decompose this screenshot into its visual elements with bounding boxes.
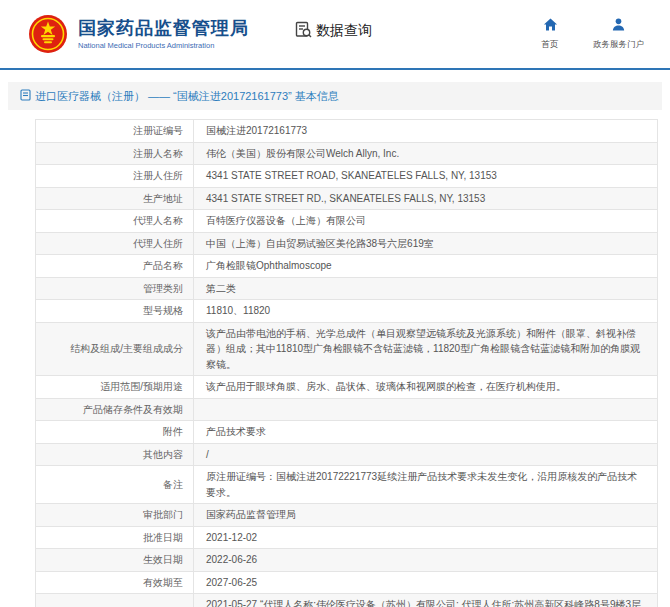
nav-home[interactable]: 首页: [533, 17, 567, 51]
row-label: 注册人住所: [36, 165, 194, 187]
row-value: 2022-06-26: [194, 549, 657, 571]
table-row: 代理人住所中国（上海）自由贸易试验区美伦路38号六层619室: [36, 233, 657, 256]
row-label: 产品名称: [36, 255, 194, 277]
table-row: 型号规格11810、11820: [36, 300, 657, 323]
row-value-line: 2021-05-27 “代理人名称:伟伦医疗设备（苏州）有限公司; 代理人住所:…: [206, 597, 645, 607]
row-value: 2027-06-25: [194, 572, 657, 594]
row-value: 国家药品监督管理局: [194, 504, 657, 526]
row-value: 该产品用于眼球角膜、房水、晶状体、玻璃体和视网膜的检查，在医疗机构使用。: [194, 376, 657, 398]
data-query-label: 数据查询: [316, 22, 372, 40]
row-value: 2021-12-02: [194, 527, 657, 549]
row-value: 广角检眼镜Ophthalmoscope: [194, 255, 657, 277]
row-label: 适用范围/预期用途: [36, 376, 194, 398]
table-row: 注册证编号国械注进20172161773: [36, 120, 657, 143]
org-name-cn: 国家药品监督管理局: [78, 18, 249, 39]
row-value: 原注册证编号：国械注进20172221773延续注册产品技术要求未发生变化，沿用…: [194, 466, 657, 503]
row-value: /: [194, 444, 657, 466]
table-row: 审批部门国家药品监督管理局: [36, 504, 657, 527]
row-label: 产品储存条件及有效期: [36, 399, 194, 421]
row-value: 伟伦（美国）股份有限公司Welch Allyn, Inc.: [194, 143, 657, 165]
row-label: 审批部门: [36, 504, 194, 526]
row-value: 国械注进20172161773: [194, 120, 657, 142]
row-value: [194, 399, 657, 421]
row-label: 变更情况: [36, 594, 194, 607]
table-row: 有效期至2027-06-25: [36, 572, 657, 595]
row-label: 型号规格: [36, 300, 194, 322]
row-label: 结构及组成/主要组成成分: [36, 323, 194, 376]
user-icon: [611, 17, 626, 36]
nav-gov-portal-label: 政务服务门户: [593, 39, 644, 51]
table-row: 其他内容/: [36, 444, 657, 467]
row-label: 有效期至: [36, 572, 194, 594]
row-value: 11810、11820: [194, 300, 657, 322]
row-value: 产品技术要求: [194, 421, 657, 443]
table-row: 注册人住所4341 STATE STREET ROAD, SKANEATELES…: [36, 165, 657, 188]
breadcrumb-text: 进口医疗器械（注册） —— “国械注进20172161773” 基本信息: [35, 89, 339, 104]
row-label: 其他内容: [36, 444, 194, 466]
row-label: 管理类别: [36, 278, 194, 300]
nav-home-label: 首页: [542, 39, 559, 51]
row-value: 该产品由带电池的手柄、光学总成件（单目观察望远镜系统及光源系统）和附件（眼罩、斜…: [194, 323, 657, 376]
table-row: 生产地址4341 STATE STREET RD., SKANEATELES F…: [36, 188, 657, 211]
data-query-tab[interactable]: 数据查询: [295, 21, 372, 42]
table-row: 代理人名称百特医疗仪器设备（上海）有限公司: [36, 210, 657, 233]
table-row: 附件产品技术要求: [36, 421, 657, 444]
row-label: 注册人名称: [36, 143, 194, 165]
doc-search-icon: [295, 21, 312, 42]
row-label: 附件: [36, 421, 194, 443]
row-value: 4341 STATE STREET ROAD, SKANEATELES FALL…: [194, 165, 657, 187]
org-title-block: 国家药品监督管理局 National Medical Products Admi…: [78, 18, 249, 50]
row-label: 备注: [36, 466, 194, 503]
row-label: 生产地址: [36, 188, 194, 210]
row-label: 批准日期: [36, 527, 194, 549]
row-value: 4341 STATE STREET RD., SKANEATELES FALLS…: [194, 188, 657, 210]
table-row: 结构及组成/主要组成成分该产品由带电池的手柄、光学总成件（单目观察望远镜系统及光…: [36, 323, 657, 377]
national-emblem-logo: [28, 14, 68, 54]
table-row: 适用范围/预期用途该产品用于眼球角膜、房水、晶状体、玻璃体和视网膜的检查，在医疗…: [36, 376, 657, 399]
row-label: 注册证编号: [36, 120, 194, 142]
table-row: 产品储存条件及有效期: [36, 399, 657, 422]
table-row: 产品名称广角检眼镜Ophthalmoscope: [36, 255, 657, 278]
site-header: 国家药品监督管理局 National Medical Products Admi…: [0, 0, 670, 70]
page-icon: [20, 87, 31, 105]
row-value: 第二类: [194, 278, 657, 300]
table-row: 变更情况2021-05-27 “代理人名称:伟伦医疗设备（苏州）有限公司; 代理…: [36, 594, 657, 607]
table-row: 生效日期2022-06-26: [36, 549, 657, 572]
home-icon: [543, 17, 558, 36]
table-row: 管理类别第二类: [36, 278, 657, 301]
table-row: 备注原注册证编号：国械注进20172221773延续注册产品技术要求未发生变化，…: [36, 466, 657, 504]
row-label: 代理人名称: [36, 210, 194, 232]
row-value: 百特医疗仪器设备（上海）有限公司: [194, 210, 657, 232]
table-row: 批准日期2021-12-02: [36, 527, 657, 550]
top-nav: 首页 政务服务门户: [533, 17, 644, 51]
info-table: 注册证编号国械注进20172161773注册人名称伟伦（美国）股份有限公司Wel…: [35, 119, 658, 607]
org-name-en: National Medical Products Administration: [78, 41, 249, 50]
row-label: 代理人住所: [36, 233, 194, 255]
breadcrumb: 进口医疗器械（注册） —— “国械注进20172161773” 基本信息: [8, 82, 662, 110]
row-value: 2021-05-27 “代理人名称:伟伦医疗设备（苏州）有限公司; 代理人住所:…: [194, 594, 657, 607]
row-value: 中国（上海）自由贸易试验区美伦路38号六层619室: [194, 233, 657, 255]
table-row: 注册人名称伟伦（美国）股份有限公司Welch Allyn, Inc.: [36, 143, 657, 166]
row-label: 生效日期: [36, 549, 194, 571]
nav-gov-portal[interactable]: 政务服务门户: [593, 17, 644, 51]
